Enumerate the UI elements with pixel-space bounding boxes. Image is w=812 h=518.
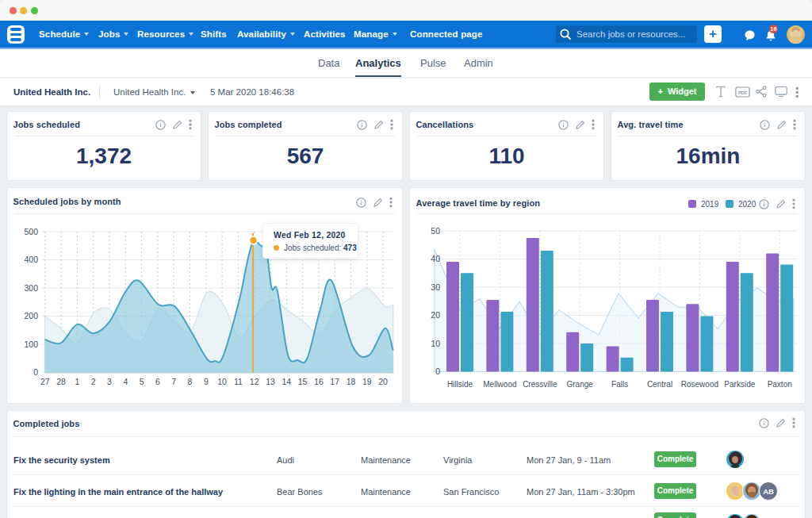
svg-text:17: 17 bbox=[330, 377, 339, 386]
svg-text:Rosewood: Rosewood bbox=[681, 380, 718, 389]
svg-text:5: 5 bbox=[140, 377, 144, 386]
svg-text:Paxton: Paxton bbox=[768, 380, 792, 389]
svg-text:20: 20 bbox=[378, 377, 388, 386]
svg-text:6: 6 bbox=[155, 377, 160, 386]
svg-text:PDF: PDF bbox=[738, 90, 748, 95]
svg-text:8: 8 bbox=[188, 377, 193, 386]
svg-text:2: 2 bbox=[91, 377, 96, 386]
svg-text:14: 14 bbox=[282, 377, 291, 386]
svg-text:13: 13 bbox=[266, 377, 275, 386]
svg-text:300: 300 bbox=[24, 283, 38, 293]
svg-text:400: 400 bbox=[24, 255, 38, 264]
svg-text:15: 15 bbox=[298, 377, 308, 386]
svg-text:500: 500 bbox=[24, 227, 38, 236]
svg-text:Parkside: Parkside bbox=[724, 380, 755, 389]
svg-text:18: 18 bbox=[347, 377, 356, 386]
svg-text:Falls: Falls bbox=[611, 380, 628, 389]
svg-text:30: 30 bbox=[431, 282, 440, 292]
svg-text:10: 10 bbox=[217, 377, 227, 386]
svg-text:200: 200 bbox=[24, 311, 38, 320]
svg-text:0: 0 bbox=[33, 367, 38, 377]
svg-text:1: 1 bbox=[75, 377, 79, 386]
svg-text:19: 19 bbox=[362, 377, 372, 386]
svg-text:50: 50 bbox=[431, 226, 440, 236]
svg-text:28: 28 bbox=[56, 377, 66, 386]
svg-text:40: 40 bbox=[431, 254, 440, 263]
svg-text:27: 27 bbox=[40, 377, 50, 386]
svg-text:Mellwood: Mellwood bbox=[483, 380, 516, 389]
svg-text:Cressville: Cressville bbox=[523, 380, 557, 389]
svg-text:11: 11 bbox=[234, 377, 243, 386]
svg-text:10: 10 bbox=[431, 339, 440, 348]
svg-text:Grange: Grange bbox=[567, 380, 594, 389]
svg-text:0: 0 bbox=[435, 366, 440, 376]
svg-text:100: 100 bbox=[24, 340, 38, 349]
svg-text:20: 20 bbox=[431, 310, 440, 320]
svg-text:12: 12 bbox=[250, 377, 259, 386]
svg-text:7: 7 bbox=[171, 377, 176, 386]
svg-text:Central: Central bbox=[647, 380, 672, 389]
svg-text:16: 16 bbox=[314, 377, 324, 386]
svg-text:Hillside: Hillside bbox=[447, 380, 473, 389]
svg-text:4: 4 bbox=[123, 377, 128, 386]
svg-text:3: 3 bbox=[107, 377, 112, 386]
svg-text:9: 9 bbox=[204, 377, 209, 386]
